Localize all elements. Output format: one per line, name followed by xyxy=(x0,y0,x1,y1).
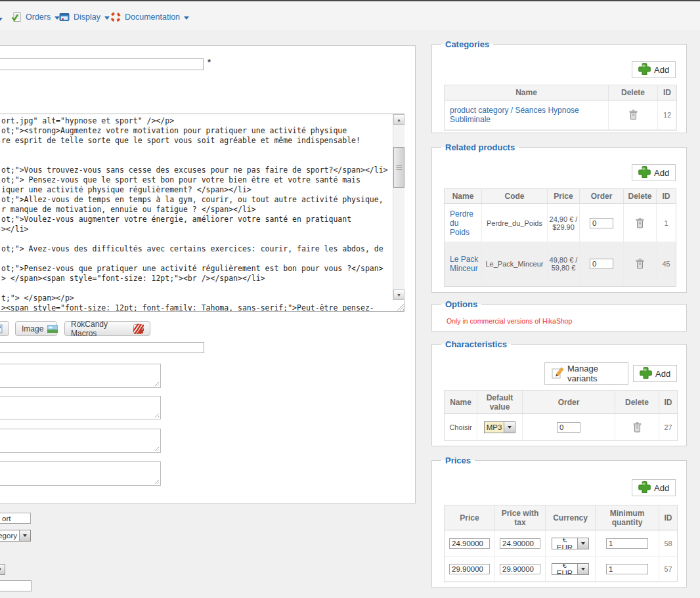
price-input[interactable] xyxy=(449,564,490,574)
cutoff-menu-caret-icon[interactable] xyxy=(0,18,3,21)
menu-label-orders: Orders xyxy=(26,12,51,22)
currency-select[interactable]: € EUR xyxy=(552,538,589,549)
scroll-thumb[interactable] xyxy=(393,147,405,188)
trash-icon[interactable] xyxy=(636,218,644,228)
table-row-currency: € EUR xyxy=(546,530,596,557)
resize-grip[interactable] xyxy=(153,412,159,417)
prices-panel-title: Prices xyxy=(441,456,475,465)
image-button-label: Image xyxy=(22,324,43,333)
order-input[interactable] xyxy=(557,422,580,433)
menu-item-display[interactable]: Display xyxy=(59,12,110,22)
related-product-link[interactable]: Le Pack Minceur xyxy=(450,255,480,273)
add-plus-icon xyxy=(638,165,651,180)
trash-icon[interactable] xyxy=(629,110,638,120)
meta-textarea-4[interactable] xyxy=(0,461,161,486)
price-with-tax-input[interactable] xyxy=(500,564,540,574)
table-row-id: 57 xyxy=(659,557,677,582)
related-add-button[interactable]: Add xyxy=(632,164,676,181)
bottom-empty-input[interactable] xyxy=(0,580,32,591)
rokcandy-macros-icon xyxy=(133,324,144,334)
price-with-tax-input[interactable] xyxy=(500,538,540,549)
order-input[interactable] xyxy=(590,218,613,228)
resize-grip[interactable] xyxy=(153,478,159,484)
default-value-select-value: MP3 xyxy=(485,422,504,433)
prices-table: Price Price with tax Currency Minimum qu… xyxy=(444,505,678,582)
table-row-min-quantity xyxy=(596,530,659,557)
table-row-min-quantity xyxy=(596,557,659,582)
chevron-down-icon xyxy=(184,16,189,20)
table-row-name: Choisir xyxy=(445,414,477,440)
scroll-up-button[interactable]: ▲ xyxy=(393,114,405,125)
trash-icon[interactable] xyxy=(636,259,644,269)
price-input[interactable] xyxy=(449,538,490,549)
column-header: Price xyxy=(548,189,580,204)
chevron-down-icon xyxy=(104,16,110,20)
column-header: Minimum quantity xyxy=(596,505,659,530)
rokcandy-button-label: RokCandy Macros xyxy=(71,320,129,338)
select-dropdown-button[interactable] xyxy=(0,565,5,574)
scroll-down-button[interactable]: ▼ xyxy=(393,289,405,300)
characteristics-panel-title: Characteristics xyxy=(441,339,511,349)
meta-textarea-2[interactable] xyxy=(0,396,161,419)
trash-icon[interactable] xyxy=(633,422,642,433)
categories-table: Name Delete ID product category / Séance… xyxy=(444,85,677,131)
min-quantity-input[interactable] xyxy=(606,538,648,549)
meta-textarea-1[interactable] xyxy=(0,364,161,388)
categories-add-button[interactable]: Add xyxy=(632,61,676,78)
currency-select-value: € EUR xyxy=(552,538,577,549)
table-row-currency: € EUR xyxy=(546,557,596,582)
column-header: Code xyxy=(482,189,548,204)
display-icon xyxy=(59,12,70,22)
prices-add-button[interactable]: Add xyxy=(632,479,676,496)
product-form-panel: * ort.jpg" alt="hypnose et sport" /></p>… xyxy=(0,45,416,503)
table-row-code: Perdre_du_Poids xyxy=(482,204,548,242)
product-description-textarea[interactable]: ort.jpg" alt="hypnose et sport" /></p> o… xyxy=(0,114,405,312)
parent-category-select-value: egory xyxy=(0,530,19,541)
default-value-select[interactable]: MP3 xyxy=(484,421,515,433)
related-products-panel-title: Related products xyxy=(441,142,519,152)
prices-panel: Prices Add Price Price with tax Currency… xyxy=(431,456,687,587)
table-row-id: 1 xyxy=(657,204,676,242)
column-header: ID xyxy=(657,189,676,204)
admin-menubar: Orders Display Documentation xyxy=(0,1,700,30)
menu-item-orders[interactable]: Orders xyxy=(11,12,60,22)
select-dropdown-button[interactable] xyxy=(577,538,588,549)
editor-button-pagebreak[interactable] xyxy=(0,321,9,336)
orders-icon xyxy=(11,12,22,22)
manage-variants-button[interactable]: Manage variants xyxy=(544,362,628,385)
column-header: Order xyxy=(523,391,615,414)
table-row-delete xyxy=(624,204,657,242)
chevron-down-icon xyxy=(581,568,585,570)
column-header: Currency xyxy=(546,505,596,530)
related-product-link[interactable]: Perdre du Poids xyxy=(450,209,480,237)
category-link[interactable]: product category / Séances Hypnose Subli… xyxy=(450,106,607,124)
table-row-name: product category / Séances Hypnose Subli… xyxy=(445,100,609,130)
table-row-price: 24,90 € / $29.90 xyxy=(548,204,580,242)
cutoff-select[interactable] xyxy=(0,564,5,575)
select-dropdown-button[interactable] xyxy=(504,422,515,433)
product-code-input[interactable] xyxy=(0,513,31,524)
pagebreak-icon xyxy=(0,324,3,333)
column-header: Delete xyxy=(609,85,658,100)
add-button-label: Add xyxy=(655,369,670,379)
currency-select[interactable]: € EUR xyxy=(552,563,589,575)
min-quantity-input[interactable] xyxy=(606,564,648,574)
order-input[interactable] xyxy=(590,259,613,269)
options-panel: Options Only in commercial versions of H… xyxy=(431,299,687,331)
select-dropdown-button[interactable] xyxy=(577,564,588,574)
menu-label-display: Display xyxy=(74,12,100,22)
add-plus-icon xyxy=(638,481,651,495)
parent-category-select[interactable]: egory xyxy=(0,530,31,542)
characteristics-add-button[interactable]: Add xyxy=(633,365,677,382)
table-row-name: Perdre du Poids xyxy=(445,204,482,242)
select-dropdown-button[interactable] xyxy=(19,530,30,541)
product-name-input[interactable] xyxy=(0,58,204,70)
editor-button-rokcandy[interactable]: RokCandy Macros xyxy=(64,321,150,336)
menu-item-documentation[interactable]: Documentation xyxy=(110,12,189,22)
resize-grip[interactable] xyxy=(153,380,159,386)
editor-button-image[interactable]: Image xyxy=(15,321,57,336)
table-row-id: 45 xyxy=(657,242,676,286)
meta-input[interactable] xyxy=(0,342,204,353)
meta-textarea-3[interactable] xyxy=(0,429,161,453)
resize-grip[interactable] xyxy=(153,445,159,451)
